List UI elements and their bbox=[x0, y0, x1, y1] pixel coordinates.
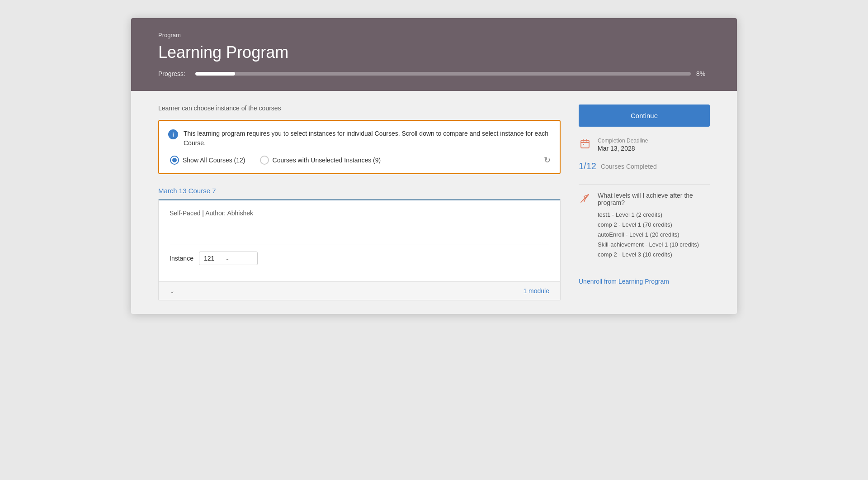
course-card-body: Self-Paced | Author: Abhishek Instance 1… bbox=[159, 200, 560, 281]
progress-percentage: 8% bbox=[696, 70, 710, 77]
radio-show-all[interactable]: Show All Courses (12) bbox=[170, 156, 245, 165]
progress-bar-background bbox=[195, 72, 691, 76]
modules-link[interactable]: 1 module bbox=[523, 287, 549, 295]
radio-show-all-label: Show All Courses (12) bbox=[183, 157, 245, 164]
sidebar-divider bbox=[579, 184, 710, 185]
svg-rect-4 bbox=[583, 144, 584, 145]
chevron-down-icon: ⌄ bbox=[225, 255, 230, 261]
achievements-question: What levels will I achieve after the pro… bbox=[598, 192, 710, 206]
deadline-text: Completion Deadline Mar 13, 2028 bbox=[598, 138, 648, 152]
courses-fraction: 1/12 bbox=[579, 161, 596, 171]
instance-value: 121 bbox=[204, 255, 214, 262]
radio-unselected-label: Courses with Unselected Instances (9) bbox=[273, 157, 381, 164]
learner-description: Learner can choose instance of the cours… bbox=[158, 105, 561, 112]
course-card: Self-Paced | Author: Abhishek Instance 1… bbox=[158, 199, 561, 300]
deadline-label: Completion Deadline bbox=[598, 138, 648, 144]
radio-show-all-dot bbox=[172, 158, 177, 162]
body: Learner can choose instance of the cours… bbox=[131, 91, 737, 314]
course-card-footer: ⌄ 1 module bbox=[159, 281, 560, 300]
radio-unselected-circle bbox=[260, 156, 269, 165]
info-box: i This learning program requires you to … bbox=[158, 120, 561, 174]
radio-show-all-circle bbox=[170, 156, 179, 165]
main-content: Learner can choose instance of the cours… bbox=[158, 105, 579, 300]
achievement-item-0: test1 - Level 1 (2 credits) bbox=[598, 210, 710, 220]
app-window: Program Learning Program Progress: 8% Le… bbox=[131, 18, 737, 314]
calendar-icon bbox=[579, 138, 591, 149]
instance-select[interactable]: 121 ⌄ bbox=[199, 252, 258, 265]
instance-row: Instance 121 ⌄ bbox=[170, 252, 549, 272]
course-meta: Self-Paced | Author: Abhishek bbox=[170, 209, 549, 217]
achievements-section: What levels will I achieve after the pro… bbox=[598, 192, 710, 260]
continue-button[interactable]: Continue bbox=[579, 105, 710, 127]
deadline-value: Mar 13, 2028 bbox=[598, 145, 648, 152]
refresh-icon[interactable]: ↻ bbox=[544, 155, 551, 165]
deadline-item: Completion Deadline Mar 13, 2028 bbox=[579, 138, 710, 152]
info-box-header: i This learning program requires you to … bbox=[168, 129, 551, 148]
svg-rect-0 bbox=[581, 140, 589, 148]
achievements-item: What levels will I achieve after the pro… bbox=[579, 192, 710, 269]
courses-label: Courses Completed bbox=[601, 163, 657, 170]
plane-icon bbox=[579, 192, 591, 204]
progress-bar-fill bbox=[195, 72, 235, 76]
progress-label: Progress: bbox=[158, 70, 190, 77]
achievement-item-1: comp 2 - Level 1 (70 credits) bbox=[598, 220, 710, 230]
header: Program Learning Program Progress: 8% bbox=[131, 18, 737, 91]
instance-label: Instance bbox=[170, 255, 193, 262]
progress-row: Progress: 8% bbox=[158, 70, 710, 77]
radio-unselected[interactable]: Courses with Unselected Instances (9) bbox=[260, 156, 381, 165]
achievement-item-2: autoEnroll - Level 1 (20 credits) bbox=[598, 230, 710, 240]
collapse-icon[interactable]: ⌄ bbox=[170, 287, 175, 295]
course-title[interactable]: March 13 Course 7 bbox=[158, 187, 561, 195]
achievement-item-3: Skill-achievement - Level 1 (10 credits) bbox=[598, 240, 710, 250]
info-box-message: This learning program requires you to se… bbox=[184, 129, 551, 148]
unenroll-link[interactable]: Unenroll from Learning Program bbox=[579, 278, 710, 285]
achievement-item-4: comp 2 - Level 3 (10 credits) bbox=[598, 250, 710, 260]
courses-completed-row: 1/12 Courses Completed bbox=[579, 161, 710, 173]
course-divider bbox=[170, 244, 549, 244]
sidebar: Continue Completion Deadline Mar 13, 202… bbox=[579, 105, 710, 285]
info-icon: i bbox=[168, 129, 178, 139]
page-title: Learning Program bbox=[158, 43, 710, 62]
breadcrumb: Program bbox=[158, 32, 710, 38]
radio-row: Show All Courses (12) Courses with Unsel… bbox=[168, 155, 551, 165]
